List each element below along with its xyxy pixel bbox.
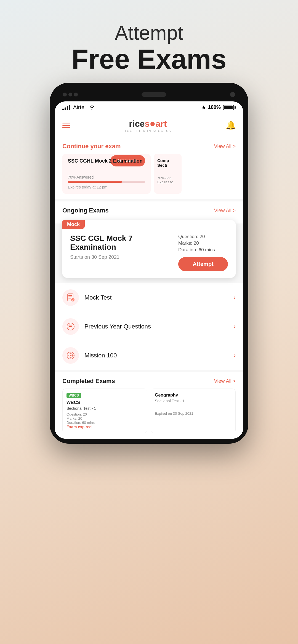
menu-item-previous-year[interactable]: Previous Year Questions › bbox=[62, 312, 236, 341]
completed-card-2-subtitle: Sectional Test - 1 bbox=[155, 399, 232, 403]
ongoing-title: Ongoing Exams bbox=[62, 207, 108, 214]
logo-smart-rest: art bbox=[156, 119, 167, 129]
completed-card-2-title: Geography bbox=[155, 393, 232, 398]
continue-title: Continue your exam bbox=[62, 143, 121, 150]
mock-exam-card: Mock SSC CGL Mock 7 Examination Starts o… bbox=[62, 220, 236, 278]
menu-item-mock-test[interactable]: ✓ Mock Test › bbox=[62, 283, 236, 312]
mission-100-chevron: › bbox=[234, 352, 236, 359]
hero-line2: Free Exams bbox=[0, 44, 298, 74]
svg-rect-3 bbox=[68, 298, 71, 299]
partial-answered: 70% Ans bbox=[157, 176, 178, 180]
mission-100-label: Mission 100 bbox=[84, 352, 234, 359]
phone-screen: Airtel ★ 100% bbox=[55, 101, 243, 439]
signal-bar-2 bbox=[65, 107, 66, 110]
previous-year-label: Previous Year Questions bbox=[84, 323, 234, 330]
mock-test-icon: ✓ bbox=[62, 289, 79, 306]
mock-question: Question: 20 bbox=[178, 234, 228, 239]
ongoing-view-all[interactable]: View All > bbox=[214, 208, 236, 214]
logo-rice: rice bbox=[129, 119, 145, 129]
continue-header: Continue your exam View All > bbox=[62, 143, 236, 150]
ongoing-header: Ongoing Exams View All > bbox=[62, 207, 236, 214]
exam-expired-label: Exam expired bbox=[66, 425, 143, 429]
mock-exam-date: Starts on 30 Sep 2021 bbox=[70, 254, 173, 260]
signal-bar-1 bbox=[62, 109, 64, 110]
notch-camera bbox=[230, 92, 235, 97]
partial-title-2: Secti bbox=[157, 163, 178, 168]
notch-dot-1 bbox=[63, 93, 67, 96]
notch-dot-2 bbox=[68, 93, 72, 96]
continue-card-1-title: SSC CGHL Mock 2 Examination bbox=[68, 158, 145, 164]
logo: rices●art bbox=[124, 118, 171, 129]
notch-right bbox=[230, 92, 235, 97]
completed-card-1-question: Question: 20 bbox=[66, 412, 143, 416]
previous-year-chevron: › bbox=[234, 323, 236, 330]
status-bar: Airtel ★ 100% bbox=[55, 101, 243, 113]
phone-frame: Airtel ★ 100% bbox=[50, 83, 248, 444]
status-left: Airtel bbox=[62, 104, 95, 111]
completed-cards: WBCS WBCS Sectional Test - 1 Question: 2… bbox=[62, 389, 236, 433]
phone-mockup: Airtel ★ 100% bbox=[50, 83, 248, 444]
mock-card-right: Question: 20 Marks: 20 Duration: 60 mins… bbox=[173, 234, 228, 271]
completed-view-all[interactable]: View All > bbox=[214, 378, 236, 384]
progress-bar bbox=[68, 181, 145, 183]
mock-test-label: Mock Test bbox=[84, 294, 234, 301]
app-content: Continue your exam View All > SSC CGHL M… bbox=[55, 137, 243, 439]
signal-bar-3 bbox=[67, 106, 68, 110]
svg-text:✓: ✓ bbox=[72, 299, 74, 301]
mock-card-inner: SSC CGL Mock 7 Examination Starts on 30 … bbox=[62, 220, 236, 278]
continue-exam-section: Continue your exam View All > SSC CGHL M… bbox=[55, 137, 243, 199]
svg-point-10 bbox=[70, 355, 71, 356]
signal-bar-4 bbox=[69, 105, 70, 110]
logo-smart-s: s bbox=[145, 119, 150, 129]
completed-card-2-status: Expired on 30 Sep 2021 bbox=[155, 411, 232, 416]
notification-bell[interactable]: 🔔 bbox=[226, 120, 236, 130]
signal-icon bbox=[62, 105, 70, 110]
mission-100-icon bbox=[62, 347, 79, 364]
completed-card-1: WBCS WBCS Sectional Test - 1 Question: 2… bbox=[62, 389, 147, 433]
completed-card-1-marks: Marks: 20 bbox=[66, 416, 143, 421]
menu-list: ✓ Mock Test › bbox=[55, 283, 243, 370]
logo-container: rices●art TOGETHER IN SUCCESS bbox=[124, 118, 171, 133]
answered-text: 70% Answered bbox=[68, 175, 145, 179]
hero-line1: Attempt bbox=[0, 22, 298, 44]
partial-expires: Expires to bbox=[157, 180, 178, 184]
svg-rect-2 bbox=[68, 297, 72, 297]
menu-item-mission-100[interactable]: Mission 100 › bbox=[62, 341, 236, 370]
partial-title-1: Comp bbox=[157, 158, 178, 163]
mock-marks: Marks: 20 bbox=[178, 241, 228, 246]
completed-card-1-duration: Duration: 60 mins bbox=[66, 421, 143, 425]
completed-section: Completed Exams View All > WBCS WBCS Sec… bbox=[55, 372, 243, 439]
completed-card-1-title: WBCS bbox=[66, 400, 143, 405]
app-header: rices●art TOGETHER IN SUCCESS 🔔 bbox=[55, 113, 243, 137]
battery-percent: 100% bbox=[208, 104, 221, 110]
notch-speaker bbox=[142, 92, 166, 97]
continue-view-all[interactable]: View All > bbox=[214, 144, 236, 149]
mock-exam-title: SSC CGL Mock 7 Examination bbox=[70, 234, 173, 252]
previous-year-icon bbox=[62, 318, 79, 335]
wifi-icon bbox=[89, 105, 95, 110]
wbcs-badge: WBCS bbox=[66, 393, 81, 398]
mock-test-chevron: › bbox=[234, 294, 236, 301]
hero-section: Attempt Free Exams bbox=[0, 0, 298, 82]
continue-card-1: SSC CGHL Mock 2 Examination Resume 70% A… bbox=[62, 154, 151, 194]
continue-cards-row: SSC CGHL Mock 2 Examination Resume 70% A… bbox=[62, 154, 236, 194]
svg-rect-1 bbox=[68, 295, 72, 296]
logo-dot: ● bbox=[150, 118, 156, 129]
expires-text: Expires today at 12 pm bbox=[68, 185, 145, 189]
hamburger-menu[interactable] bbox=[62, 123, 70, 128]
attempt-button[interactable]: Attempt bbox=[178, 257, 228, 271]
continue-card-2: Comp Secti 70% Ans Expires to bbox=[154, 154, 182, 194]
notch-left bbox=[63, 93, 78, 96]
mock-card-left: SSC CGL Mock 7 Examination Starts on 30 … bbox=[70, 234, 173, 266]
bluetooth-icon: ★ bbox=[201, 104, 206, 111]
completed-card-1-subtitle: Sectional Test - 1 bbox=[66, 406, 143, 411]
notch-dot-3 bbox=[74, 93, 78, 96]
progress-fill bbox=[68, 181, 122, 183]
completed-title: Completed Exams bbox=[62, 378, 115, 385]
completed-card-2: Geography Sectional Test - 1 Expired on … bbox=[151, 389, 236, 433]
mock-exam-card-wrapper: Mock SSC CGL Mock 7 Examination Starts o… bbox=[62, 220, 236, 278]
status-right: ★ 100% bbox=[201, 104, 236, 111]
mock-badge: Mock bbox=[62, 220, 85, 229]
phone-notch bbox=[55, 88, 243, 101]
completed-header: Completed Exams View All > bbox=[62, 378, 236, 385]
